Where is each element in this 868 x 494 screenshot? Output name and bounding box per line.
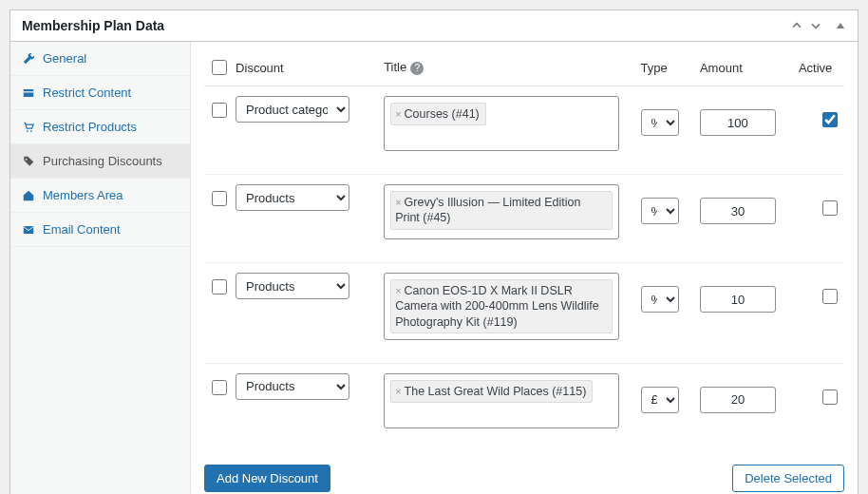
panel-title: Membership Plan Data xyxy=(22,18,164,33)
table-row: Product categoriesProducts×Courses (#41)… xyxy=(204,86,844,175)
tab-members-area[interactable]: Members Area xyxy=(10,179,190,213)
title-token: ×The Last Great Wild Places (#115) xyxy=(390,380,593,403)
help-icon[interactable]: ? xyxy=(410,62,424,75)
amount-type-select[interactable]: %£ xyxy=(641,109,679,136)
move-down-icon[interactable] xyxy=(808,18,823,33)
discounts-content: Discount Title? Type Amount Active Produ… xyxy=(191,42,858,494)
col-amount-header: Amount xyxy=(696,49,795,86)
col-type-header: Type xyxy=(637,49,696,86)
table-row: Product categoriesProducts×The Last Grea… xyxy=(204,363,844,451)
remove-token-icon[interactable]: × xyxy=(395,386,401,397)
tag-icon xyxy=(22,155,35,168)
col-title-header: Title? xyxy=(380,49,636,86)
select-all-checkbox[interactable] xyxy=(212,60,227,75)
amount-input[interactable] xyxy=(700,109,776,136)
panel-header: Membership Plan Data xyxy=(10,10,858,42)
move-up-icon[interactable] xyxy=(789,18,804,33)
active-checkbox[interactable] xyxy=(822,289,838,304)
tab-purchasing-discounts[interactable]: Purchasing Discounts xyxy=(10,144,190,179)
membership-plan-panel: Membership Plan Data General Restrict Co… xyxy=(9,10,859,494)
col-active-header: Active xyxy=(795,49,844,86)
delete-selected-button[interactable]: Delete Selected xyxy=(732,465,844,492)
amount-type-select[interactable]: %£ xyxy=(641,387,679,413)
tab-restrict-products[interactable]: Restrict Products xyxy=(10,110,190,144)
svg-rect-5 xyxy=(24,225,34,233)
amount-input[interactable] xyxy=(700,387,776,413)
discount-type-select[interactable]: Product categoriesProducts xyxy=(236,96,349,123)
tab-email-content[interactable]: Email Content xyxy=(10,213,190,247)
tab-label: General xyxy=(43,51,86,66)
panel-controls xyxy=(789,18,846,33)
tab-label: Restrict Products xyxy=(43,120,137,134)
remove-token-icon[interactable]: × xyxy=(395,108,401,120)
table-row: Product categoriesProducts×Canon EOS-1D … xyxy=(204,263,844,364)
svg-point-3 xyxy=(30,130,32,132)
tab-label: Restrict Content xyxy=(43,86,131,100)
row-select-checkbox[interactable] xyxy=(212,279,227,294)
card-icon xyxy=(22,86,35,100)
table-header-row: Discount Title? Type Amount Active xyxy=(204,49,844,86)
table-footer: Add New Discount Delete Selected xyxy=(204,451,844,492)
token-label: Courses (#41) xyxy=(405,107,480,121)
title-token-input[interactable]: ×The Last Great Wild Places (#115) xyxy=(384,373,619,428)
tab-label: Email Content xyxy=(43,222,121,237)
discount-type-select[interactable]: Product categoriesProducts xyxy=(236,184,349,211)
discounts-table: Discount Title? Type Amount Active Produ… xyxy=(204,49,844,451)
active-checkbox[interactable] xyxy=(822,112,838,127)
discount-type-select[interactable]: Product categoriesProducts xyxy=(236,373,349,400)
active-checkbox[interactable] xyxy=(822,390,838,405)
amount-type-select[interactable]: %£ xyxy=(641,286,679,313)
row-select-checkbox[interactable] xyxy=(212,380,227,395)
amount-input[interactable] xyxy=(700,198,776,224)
tab-label: Members Area xyxy=(43,188,123,202)
token-label: Grevy's Illusion — Limited Edition Print… xyxy=(395,196,580,224)
mail-icon xyxy=(22,223,35,237)
row-select-checkbox[interactable] xyxy=(212,103,227,118)
tab-restrict-content[interactable]: Restrict Content xyxy=(10,76,190,110)
svg-point-2 xyxy=(27,130,28,132)
wrench-icon xyxy=(22,52,35,66)
svg-rect-1 xyxy=(24,91,34,92)
table-row: Product categoriesProducts×Grevy's Illus… xyxy=(204,175,844,263)
remove-token-icon[interactable]: × xyxy=(395,197,401,208)
settings-tabs: General Restrict Content Restrict Produc… xyxy=(10,42,191,494)
cart-icon xyxy=(22,121,35,134)
token-label: The Last Great Wild Places (#115) xyxy=(405,385,587,398)
add-discount-button[interactable]: Add New Discount xyxy=(204,465,330,492)
col-discount-header: Discount xyxy=(232,49,380,86)
title-token: ×Courses (#41) xyxy=(390,103,486,125)
tab-general[interactable]: General xyxy=(10,42,190,76)
title-token-input[interactable]: ×Grevy's Illusion — Limited Edition Prin… xyxy=(384,184,619,239)
token-label: Canon EOS-1D X Mark II DSLR Camera with … xyxy=(395,284,599,329)
panel-body: General Restrict Content Restrict Produc… xyxy=(10,42,858,494)
home-icon xyxy=(22,189,35,202)
title-token: ×Canon EOS-1D X Mark II DSLR Camera with… xyxy=(390,279,613,333)
tab-label: Purchasing Discounts xyxy=(43,154,162,168)
discount-type-select[interactable]: Product categoriesProducts xyxy=(236,273,349,299)
amount-input[interactable] xyxy=(700,286,776,313)
svg-point-4 xyxy=(26,158,28,160)
active-checkbox[interactable] xyxy=(822,200,838,216)
row-select-checkbox[interactable] xyxy=(212,191,227,206)
remove-token-icon[interactable]: × xyxy=(395,285,401,296)
title-token-input[interactable]: ×Canon EOS-1D X Mark II DSLR Camera with… xyxy=(384,273,619,340)
title-token-input[interactable]: ×Courses (#41) xyxy=(384,96,619,151)
title-token: ×Grevy's Illusion — Limited Edition Prin… xyxy=(390,191,613,230)
svg-rect-0 xyxy=(24,88,34,96)
toggle-icon[interactable] xyxy=(835,20,846,31)
amount-type-select[interactable]: %£ xyxy=(641,198,679,224)
